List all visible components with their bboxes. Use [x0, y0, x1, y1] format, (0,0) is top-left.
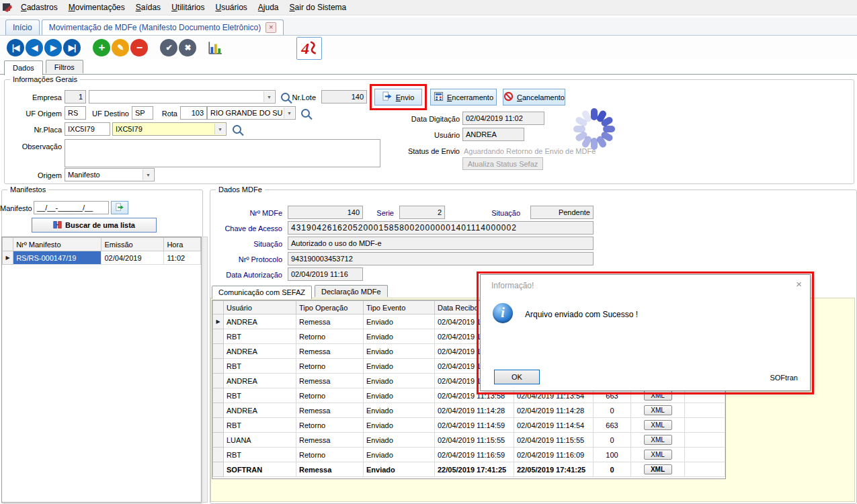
- cell-data-recibo[interactable]: 02/04/2019 11:14:59: [435, 418, 514, 433]
- first-record-button[interactable]: |◀: [7, 39, 24, 56]
- origem-combo[interactable]: Manifesto ▼: [65, 168, 155, 181]
- uf-destino-field[interactable]: SP: [132, 106, 153, 120]
- cell-usuario[interactable]: RBT: [224, 329, 296, 344]
- observacao-memo[interactable]: [65, 139, 380, 167]
- buscar-de-uma-lista-button[interactable]: Buscar de uma lista: [32, 218, 157, 233]
- xml-button[interactable]: XML: [644, 450, 672, 460]
- col-tipo-evento[interactable]: Tipo Evento: [364, 301, 435, 314]
- cell-usuario[interactable]: LUANA: [224, 433, 296, 448]
- cell-data-retorno[interactable]: 22/05/2019 17:41:25: [514, 462, 594, 477]
- cell-tipo-evento[interactable]: Enviado: [364, 359, 435, 374]
- tab-declaracao-mdfe[interactable]: Declaração MDFe: [315, 285, 388, 297]
- cell-nr-manifesto[interactable]: RS/RS-000147/19: [13, 251, 101, 265]
- cell-usuario[interactable]: ANDREA: [224, 314, 296, 329]
- cell-tipo-operacao[interactable]: Retorno: [296, 448, 364, 462]
- vertical-scrollbar[interactable]: [202, 237, 208, 503]
- xml-button[interactable]: XML: [644, 435, 672, 445]
- cell-data-recibo[interactable]: 02/04/2019 11:15:55: [435, 433, 514, 448]
- cell-tipo-operacao[interactable]: Retorno: [296, 329, 364, 344]
- cell-usuario[interactable]: RBT: [224, 388, 296, 403]
- xml-button[interactable]: XML: [644, 420, 672, 430]
- cell-tipo-operacao[interactable]: Remessa: [296, 462, 364, 477]
- cell-tipo-operacao[interactable]: Retorno: [296, 388, 364, 403]
- cell-tipo-evento[interactable]: Enviado: [364, 388, 435, 403]
- cell-tipo-operacao[interactable]: Remessa: [296, 374, 364, 388]
- ok-button[interactable]: OK: [494, 370, 540, 384]
- cell-usuario[interactable]: RBT: [224, 359, 296, 374]
- cell-data-retorno[interactable]: 02/04/2019 11:14:54: [514, 418, 594, 433]
- softran-logo-button[interactable]: 4: [296, 37, 322, 60]
- col-usuario[interactable]: Usuário: [224, 301, 296, 314]
- cell-usuario[interactable]: RBT: [224, 418, 296, 433]
- cell-data-recibo[interactable]: 22/05/2019 17:41:25: [435, 462, 514, 477]
- cell-tipo-operacao[interactable]: Retorno: [296, 418, 364, 433]
- xml-button[interactable]: XML: [644, 405, 672, 415]
- cell-tipo-operacao[interactable]: Remessa: [296, 403, 364, 418]
- cell-tipo-evento[interactable]: Enviado: [364, 418, 435, 433]
- col-tipo-operacao[interactable]: Tipo Operação: [296, 301, 364, 314]
- cell-data-recibo[interactable]: 02/04/2019 11:14:28: [435, 403, 514, 418]
- menu-saidas[interactable]: Saídas: [130, 1, 166, 14]
- cancel-button[interactable]: ✖: [179, 39, 196, 56]
- placa-search-icon[interactable]: [233, 125, 241, 134]
- nr-placa-combo[interactable]: IXC5I79 ▼: [112, 122, 227, 136]
- encerramento-button[interactable]: Encerramento: [430, 89, 497, 106]
- tab-comunicacao-sefaz[interactable]: Comunicação com SEFAZ: [212, 286, 312, 299]
- tab-inicio[interactable]: Início: [5, 19, 40, 35]
- confirm-button[interactable]: ✔: [160, 39, 177, 56]
- cell-tipo-evento[interactable]: Enviado: [364, 314, 435, 329]
- manifesto-row[interactable]: ▶ RS/RS-000147/19 02/04/2019 11:02: [3, 251, 201, 265]
- dialog-close-icon[interactable]: ×: [796, 278, 802, 290]
- cell-usuario[interactable]: ANDREA: [224, 344, 296, 359]
- cell-data-recibo[interactable]: 02/04/2019 11:16:59: [435, 448, 514, 462]
- previous-record-button[interactable]: ◀: [26, 39, 43, 56]
- cell-tipo-operacao[interactable]: Remessa: [296, 344, 364, 359]
- manifesto-mask-input[interactable]: __/__-______/__: [34, 201, 109, 214]
- cell-hora[interactable]: 11:02: [164, 251, 201, 265]
- cell-tipo-operacao[interactable]: Remessa: [296, 433, 364, 448]
- cell-tipo-evento[interactable]: Enviado: [364, 374, 435, 388]
- sefaz-row[interactable]: RBT Retorno Enviado 02/04/2019 11:14:59 …: [213, 418, 725, 433]
- menu-utilitarios[interactable]: Utilitários: [166, 1, 210, 14]
- uf-origem-field[interactable]: RS: [65, 106, 86, 120]
- cell-tipo-evento[interactable]: Enviado: [364, 344, 435, 359]
- cell-tipo-evento[interactable]: Enviado: [364, 448, 435, 462]
- menu-movimentacoes[interactable]: Movimentações: [63, 1, 130, 14]
- add-record-button[interactable]: +: [93, 39, 110, 56]
- cell-tipo-evento[interactable]: Enviado: [364, 462, 435, 477]
- menu-cadastros[interactable]: Cadastros: [15, 1, 63, 14]
- sefaz-row[interactable]: LUANA Remessa Enviado 02/04/2019 11:15:5…: [213, 433, 725, 448]
- cell-usuario[interactable]: RBT: [224, 448, 296, 462]
- nr-placa-field[interactable]: IXC5I79: [65, 122, 110, 136]
- cell-tipo-evento[interactable]: Enviado: [364, 329, 435, 344]
- rota-search-icon[interactable]: [301, 109, 310, 118]
- cell-codigo[interactable]: 0: [594, 433, 631, 448]
- col-hora[interactable]: Hora: [164, 238, 201, 251]
- cell-tipo-operacao[interactable]: Retorno: [296, 359, 364, 374]
- chevron-down-icon[interactable]: ▼: [214, 124, 225, 134]
- tab-movimentacao-mdfe[interactable]: Movimentação de MDFe (Manifesto Document…: [42, 19, 284, 35]
- col-emissao[interactable]: Emissão: [101, 238, 164, 251]
- cell-data-retorno[interactable]: 02/04/2019 11:16:09: [514, 448, 594, 462]
- tab-close-icon[interactable]: ×: [266, 22, 276, 33]
- edit-record-button[interactable]: ✎: [112, 39, 129, 56]
- sefaz-row[interactable]: ANDREA Remessa Enviado 02/04/2019 11:14:…: [213, 403, 725, 418]
- menu-usuarios[interactable]: Usuários: [210, 1, 252, 14]
- cell-usuario[interactable]: ANDREA: [224, 374, 296, 388]
- cell-usuario[interactable]: ANDREA: [224, 403, 296, 418]
- sefaz-row[interactable]: RBT Retorno Enviado 02/04/2019 11:16:59 …: [213, 448, 725, 462]
- last-record-button[interactable]: ▶|: [63, 39, 81, 56]
- cell-codigo[interactable]: 0: [594, 403, 631, 418]
- chart-icon[interactable]: [207, 40, 223, 56]
- cell-codigo[interactable]: 0: [594, 462, 631, 477]
- cell-usuario[interactable]: SOFTRAN: [224, 462, 296, 477]
- cell-tipo-evento[interactable]: Enviado: [364, 403, 435, 418]
- rota-code-field[interactable]: 103: [180, 106, 207, 120]
- delete-record-button[interactable]: −: [130, 39, 148, 56]
- chevron-down-icon[interactable]: ▼: [263, 91, 274, 102]
- chevron-down-icon[interactable]: ▼: [284, 108, 294, 118]
- cell-data-retorno[interactable]: 02/04/2019 11:15:55: [514, 433, 594, 448]
- menu-sair-do-sistema[interactable]: Sair do Sistema: [284, 1, 352, 14]
- sefaz-row[interactable]: SOFTRAN Remessa Enviado 22/05/2019 17:41…: [213, 462, 725, 477]
- cancelamento-button[interactable]: Cancelamento: [503, 89, 565, 106]
